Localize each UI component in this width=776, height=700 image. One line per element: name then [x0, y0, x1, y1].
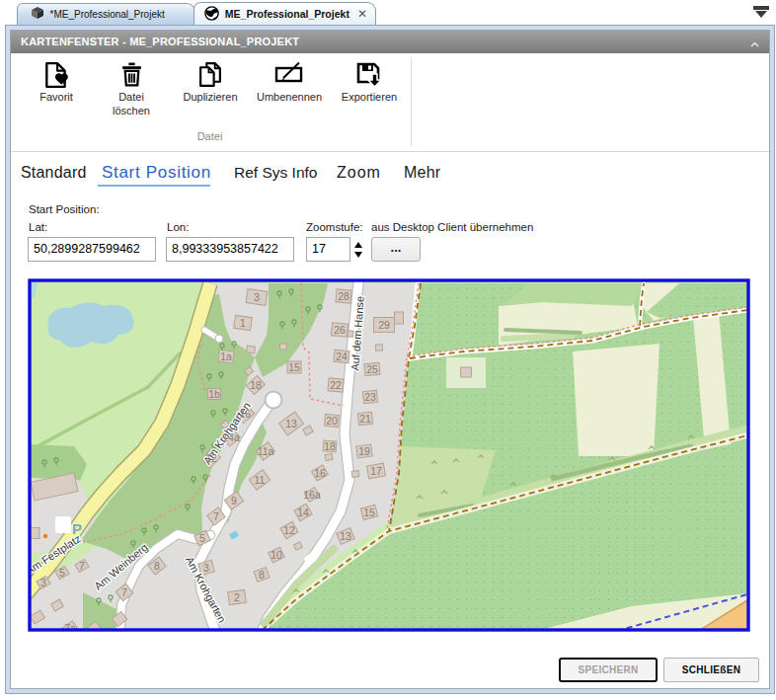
svg-text:19: 19 [358, 445, 370, 457]
svg-text:22: 22 [330, 379, 342, 391]
svg-text:7: 7 [79, 560, 85, 572]
svg-text:13: 13 [340, 530, 351, 542]
svg-text:12: 12 [283, 524, 295, 536]
svg-text:13: 13 [285, 418, 297, 429]
svg-text:29: 29 [378, 319, 390, 331]
svg-text:2: 2 [234, 591, 240, 603]
svg-text:16a: 16a [303, 489, 321, 501]
svg-text:28: 28 [338, 290, 349, 302]
svg-text:14: 14 [297, 506, 309, 518]
svg-text:3: 3 [254, 291, 260, 303]
svg-text:1b: 1b [208, 388, 220, 400]
svg-text:16: 16 [314, 467, 326, 479]
svg-text:11: 11 [255, 474, 266, 486]
svg-text:11a: 11a [258, 445, 274, 457]
svg-text:26: 26 [334, 324, 346, 336]
svg-text:9: 9 [231, 495, 237, 506]
svg-text:1a: 1a [220, 350, 232, 362]
svg-text:8: 8 [259, 569, 265, 581]
svg-text:7: 7 [213, 510, 219, 522]
svg-text:15: 15 [363, 506, 375, 518]
svg-text:10: 10 [271, 549, 282, 561]
svg-text:1: 1 [240, 317, 246, 329]
svg-text:14a: 14a [222, 431, 240, 443]
svg-text:18: 18 [250, 379, 262, 391]
svg-text:23: 23 [364, 391, 376, 403]
svg-text:7: 7 [121, 586, 127, 598]
svg-text:16: 16 [239, 408, 251, 420]
svg-text:21: 21 [359, 413, 371, 425]
svg-text:5: 5 [199, 532, 205, 544]
svg-text:24: 24 [336, 350, 348, 362]
svg-text:12: 12 [205, 452, 217, 464]
svg-text:5: 5 [59, 567, 65, 579]
svg-text:15: 15 [288, 361, 300, 373]
svg-text:25: 25 [366, 363, 378, 375]
svg-text:3: 3 [203, 562, 209, 574]
svg-text:7a: 7a [64, 622, 76, 634]
svg-text:8: 8 [154, 560, 160, 572]
svg-text:3: 3 [40, 577, 46, 588]
svg-text:17: 17 [370, 465, 382, 477]
svg-text:18: 18 [324, 440, 336, 452]
svg-text:20: 20 [326, 415, 338, 427]
